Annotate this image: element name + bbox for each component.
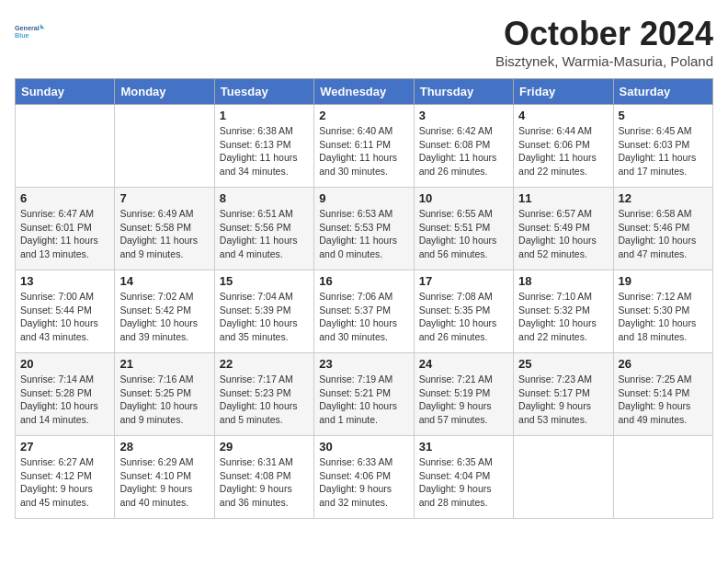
weekday-header-tuesday: Tuesday — [214, 79, 313, 105]
svg-marker-2 — [40, 24, 45, 29]
calendar-cell: 4Sunrise: 6:44 AM Sunset: 6:06 PM Daylig… — [514, 105, 613, 188]
day-number: 22 — [220, 357, 309, 371]
day-number: 9 — [319, 191, 408, 205]
day-number: 17 — [419, 274, 508, 288]
day-number: 2 — [319, 109, 408, 122]
day-info: Sunrise: 6:49 AM Sunset: 5:58 PM Dayligh… — [119, 207, 209, 261]
day-info: Sunrise: 6:57 AM Sunset: 5:49 PM Dayligh… — [518, 207, 608, 261]
day-number: 10 — [419, 191, 508, 205]
calendar-cell: 22Sunrise: 7:17 AM Sunset: 5:23 PM Dayli… — [214, 353, 313, 436]
day-number: 5 — [619, 109, 708, 122]
page-header: GeneralBlue October 2024 Bisztynek, Warm… — [15, 15, 713, 69]
calendar-cell: 31Sunrise: 6:35 AM Sunset: 4:04 PM Dayli… — [414, 436, 513, 519]
day-info: Sunrise: 7:16 AM Sunset: 5:25 PM Dayligh… — [119, 373, 209, 427]
day-number: 14 — [119, 274, 209, 288]
day-info: Sunrise: 7:10 AM Sunset: 5:32 PM Dayligh… — [518, 290, 608, 344]
week-row-1: 1Sunrise: 6:38 AM Sunset: 6:13 PM Daylig… — [16, 105, 713, 188]
day-info: Sunrise: 6:31 AM Sunset: 4:08 PM Dayligh… — [220, 455, 309, 510]
calendar-cell: 8Sunrise: 6:51 AM Sunset: 5:56 PM Daylig… — [214, 188, 313, 270]
day-info: Sunrise: 6:51 AM Sunset: 5:56 PM Dayligh… — [220, 207, 309, 261]
calendar-cell: 15Sunrise: 7:04 AM Sunset: 5:39 PM Dayli… — [214, 270, 313, 353]
calendar-cell: 2Sunrise: 6:40 AM Sunset: 6:11 PM Daylig… — [314, 105, 414, 188]
calendar-cell: 12Sunrise: 6:58 AM Sunset: 5:46 PM Dayli… — [613, 188, 712, 270]
day-number: 6 — [20, 191, 109, 205]
day-info: Sunrise: 6:27 AM Sunset: 4:12 PM Dayligh… — [20, 455, 109, 510]
day-number: 8 — [220, 191, 309, 205]
day-number: 25 — [518, 357, 608, 371]
calendar-cell: 25Sunrise: 7:23 AM Sunset: 5:17 PM Dayli… — [514, 353, 613, 436]
day-number: 12 — [619, 191, 708, 205]
day-number: 4 — [518, 109, 608, 122]
day-number: 19 — [619, 274, 708, 288]
day-info: Sunrise: 7:08 AM Sunset: 5:35 PM Dayligh… — [419, 290, 508, 344]
day-number: 28 — [119, 440, 209, 454]
day-info: Sunrise: 7:21 AM Sunset: 5:19 PM Dayligh… — [419, 373, 508, 427]
calendar-cell: 5Sunrise: 6:45 AM Sunset: 6:03 PM Daylig… — [613, 105, 712, 188]
weekday-header-friday: Friday — [514, 79, 613, 105]
day-info: Sunrise: 6:29 AM Sunset: 4:10 PM Dayligh… — [119, 455, 209, 510]
week-row-2: 6Sunrise: 6:47 AM Sunset: 6:01 PM Daylig… — [16, 188, 713, 270]
calendar-cell: 29Sunrise: 6:31 AM Sunset: 4:08 PM Dayli… — [214, 436, 313, 519]
weekday-header-monday: Monday — [115, 79, 214, 105]
title-block: October 2024 Bisztynek, Warmia-Masuria, … — [495, 15, 713, 69]
day-info: Sunrise: 7:25 AM Sunset: 5:14 PM Dayligh… — [619, 373, 708, 427]
day-info: Sunrise: 6:40 AM Sunset: 6:11 PM Dayligh… — [319, 124, 408, 178]
day-number: 18 — [518, 274, 608, 288]
day-info: Sunrise: 6:42 AM Sunset: 6:08 PM Dayligh… — [419, 124, 508, 178]
calendar-cell: 7Sunrise: 6:49 AM Sunset: 5:58 PM Daylig… — [115, 188, 214, 270]
day-info: Sunrise: 6:45 AM Sunset: 6:03 PM Dayligh… — [619, 124, 708, 178]
calendar-cell — [514, 436, 613, 519]
calendar-cell — [16, 105, 115, 188]
calendar-cell: 16Sunrise: 7:06 AM Sunset: 5:37 PM Dayli… — [314, 270, 414, 353]
day-info: Sunrise: 6:33 AM Sunset: 4:06 PM Dayligh… — [319, 455, 408, 510]
logo: GeneralBlue — [15, 15, 48, 48]
calendar-table: SundayMondayTuesdayWednesdayThursdayFrid… — [15, 78, 713, 519]
weekday-header-sunday: Sunday — [16, 79, 115, 105]
day-number: 21 — [119, 357, 209, 371]
day-info: Sunrise: 7:23 AM Sunset: 5:17 PM Dayligh… — [518, 373, 608, 427]
day-info: Sunrise: 6:38 AM Sunset: 6:13 PM Dayligh… — [220, 124, 309, 178]
day-number: 29 — [220, 440, 309, 454]
day-number: 23 — [319, 357, 408, 371]
calendar-cell: 3Sunrise: 6:42 AM Sunset: 6:08 PM Daylig… — [414, 105, 513, 188]
calendar-cell: 19Sunrise: 7:12 AM Sunset: 5:30 PM Dayli… — [613, 270, 712, 353]
day-info: Sunrise: 6:47 AM Sunset: 6:01 PM Dayligh… — [20, 207, 109, 261]
day-number: 24 — [419, 357, 508, 371]
calendar-cell: 23Sunrise: 7:19 AM Sunset: 5:21 PM Dayli… — [314, 353, 414, 436]
day-number: 26 — [619, 357, 708, 371]
calendar-cell: 28Sunrise: 6:29 AM Sunset: 4:10 PM Dayli… — [115, 436, 214, 519]
calendar-cell: 20Sunrise: 7:14 AM Sunset: 5:28 PM Dayli… — [16, 353, 115, 436]
week-row-3: 13Sunrise: 7:00 AM Sunset: 5:44 PM Dayli… — [16, 270, 713, 353]
calendar-cell — [613, 436, 712, 519]
day-info: Sunrise: 6:58 AM Sunset: 5:46 PM Dayligh… — [619, 207, 708, 261]
day-info: Sunrise: 7:17 AM Sunset: 5:23 PM Dayligh… — [220, 373, 309, 427]
calendar-cell: 26Sunrise: 7:25 AM Sunset: 5:14 PM Dayli… — [613, 353, 712, 436]
day-number: 7 — [119, 191, 209, 205]
day-info: Sunrise: 6:35 AM Sunset: 4:04 PM Dayligh… — [419, 455, 508, 510]
day-info: Sunrise: 7:19 AM Sunset: 5:21 PM Dayligh… — [319, 373, 408, 427]
day-number: 3 — [419, 109, 508, 122]
calendar-cell: 1Sunrise: 6:38 AM Sunset: 6:13 PM Daylig… — [214, 105, 313, 188]
svg-text:Blue: Blue — [15, 31, 29, 40]
weekday-header-thursday: Thursday — [414, 79, 513, 105]
week-row-5: 27Sunrise: 6:27 AM Sunset: 4:12 PM Dayli… — [16, 436, 713, 519]
calendar-cell: 11Sunrise: 6:57 AM Sunset: 5:49 PM Dayli… — [514, 188, 613, 270]
calendar-cell: 14Sunrise: 7:02 AM Sunset: 5:42 PM Dayli… — [115, 270, 214, 353]
calendar-cell: 10Sunrise: 6:55 AM Sunset: 5:51 PM Dayli… — [414, 188, 513, 270]
day-number: 30 — [319, 440, 408, 454]
weekday-header-row: SundayMondayTuesdayWednesdayThursdayFrid… — [16, 79, 713, 105]
day-number: 16 — [319, 274, 408, 288]
location: Bisztynek, Warmia-Masuria, Poland — [495, 53, 713, 69]
weekday-header-saturday: Saturday — [613, 79, 712, 105]
day-number: 15 — [220, 274, 309, 288]
svg-text:General: General — [15, 24, 40, 32]
month-title: October 2024 — [495, 15, 713, 53]
day-number: 11 — [518, 191, 608, 205]
day-info: Sunrise: 6:44 AM Sunset: 6:06 PM Dayligh… — [518, 124, 608, 178]
calendar-cell: 13Sunrise: 7:00 AM Sunset: 5:44 PM Dayli… — [16, 270, 115, 353]
day-number: 1 — [220, 109, 309, 122]
weekday-header-wednesday: Wednesday — [314, 79, 414, 105]
day-info: Sunrise: 6:53 AM Sunset: 5:53 PM Dayligh… — [319, 207, 408, 261]
day-info: Sunrise: 7:04 AM Sunset: 5:39 PM Dayligh… — [220, 290, 309, 344]
day-info: Sunrise: 7:06 AM Sunset: 5:37 PM Dayligh… — [319, 290, 408, 344]
